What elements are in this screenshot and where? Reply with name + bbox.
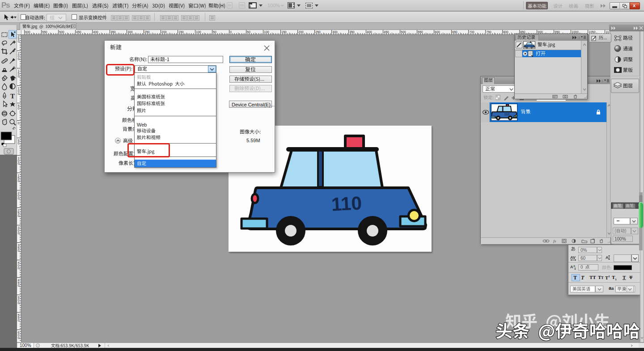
- svg-text:600: 600: [25, 30, 30, 34]
- svg-text:200: 200: [161, 30, 167, 34]
- svg-text:0: 0: [18, 40, 20, 43]
- svg-text:350: 350: [349, 30, 355, 34]
- svg-text:0: 0: [18, 336, 20, 339]
- svg-text:110: 110: [331, 192, 362, 215]
- svg-text:0: 0: [18, 197, 20, 200]
- svg-text:0: 0: [18, 92, 20, 95]
- svg-text:0: 0: [18, 232, 20, 235]
- svg-text:800: 800: [503, 30, 508, 34]
- svg-text:450: 450: [384, 30, 389, 34]
- svg-text:0: 0: [18, 57, 20, 60]
- svg-text:300: 300: [332, 30, 338, 34]
- svg-text:500: 500: [59, 30, 64, 34]
- svg-text:a: a: [573, 264, 575, 267]
- svg-text:0: 0: [18, 266, 20, 270]
- svg-text:0: 0: [18, 107, 20, 110]
- svg-text:110: 110: [504, 113, 510, 116]
- svg-text:150: 150: [178, 30, 184, 34]
- svg-text:350: 350: [110, 30, 116, 34]
- svg-text:550: 550: [42, 30, 47, 34]
- svg-text:0: 0: [18, 214, 20, 217]
- svg-text:300: 300: [127, 30, 133, 34]
- svg-text:250: 250: [144, 30, 150, 34]
- svg-text:0: 0: [18, 162, 20, 165]
- svg-text:200: 200: [298, 30, 304, 34]
- svg-text:50: 50: [247, 30, 250, 34]
- svg-text:500: 500: [401, 30, 406, 34]
- svg-text:100: 100: [196, 30, 201, 34]
- svg-text:100: 100: [264, 30, 269, 34]
- svg-text:0: 0: [18, 284, 20, 287]
- svg-text:AV: AV: [570, 255, 576, 260]
- svg-text:450: 450: [76, 30, 81, 34]
- svg-text:0: 0: [18, 75, 20, 78]
- svg-text:1000: 1000: [572, 30, 579, 34]
- svg-text:0: 0: [18, 122, 20, 125]
- svg-text:150: 150: [281, 30, 287, 34]
- svg-text:250: 250: [315, 30, 321, 34]
- svg-text:600: 600: [435, 30, 440, 34]
- svg-text:0: 0: [18, 249, 20, 252]
- svg-text:400: 400: [367, 30, 372, 34]
- svg-text:0: 0: [18, 319, 20, 322]
- svg-text:50: 50: [213, 30, 216, 34]
- svg-text:550: 550: [418, 30, 423, 34]
- svg-text:850: 850: [520, 30, 525, 34]
- svg-text:750: 750: [486, 30, 491, 34]
- svg-text:fx: fx: [553, 239, 556, 243]
- svg-text:A: A: [570, 265, 573, 269]
- svg-text:650: 650: [452, 30, 458, 34]
- svg-text:T: T: [10, 93, 15, 100]
- svg-text:1050: 1050: [589, 30, 596, 34]
- svg-text:0: 0: [18, 142, 20, 145]
- svg-text:700: 700: [469, 30, 475, 34]
- svg-text:0: 0: [18, 179, 20, 182]
- svg-text:900: 900: [538, 30, 543, 34]
- svg-text:400: 400: [93, 30, 98, 34]
- svg-text:0: 0: [18, 301, 20, 304]
- svg-text:950: 950: [555, 30, 560, 34]
- svg-text:0: 0: [230, 30, 232, 34]
